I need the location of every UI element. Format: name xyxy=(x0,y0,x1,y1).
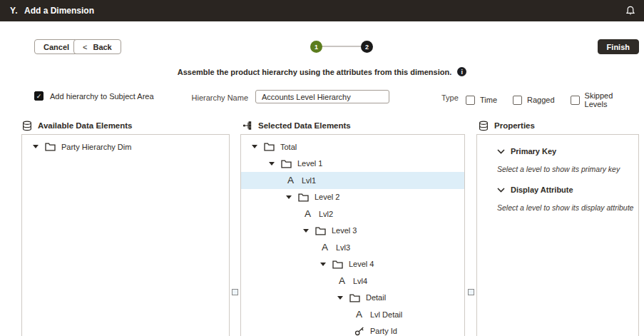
attribute-icon: A xyxy=(337,275,347,286)
tree-item-label: Party Id xyxy=(370,327,397,335)
chevron-down-icon xyxy=(497,188,505,193)
selected-data-elements-panel: TotalLevel 1ALvl1Level 2ALvl2Level 3ALvl… xyxy=(240,134,465,336)
tree-item-label: Lvl1 xyxy=(302,176,316,185)
caret-down-icon[interactable] xyxy=(252,145,257,148)
dimension-icon: Y. xyxy=(10,6,18,16)
ragged-checkbox[interactable] xyxy=(513,96,522,105)
folder-icon xyxy=(45,142,56,151)
attribute-icon: A xyxy=(320,242,329,253)
tree-item-level-1[interactable]: Level 1 xyxy=(241,156,464,173)
caret-down-icon[interactable] xyxy=(337,296,343,300)
back-button[interactable]: < Back xyxy=(73,39,121,54)
tree-item-level-2[interactable]: Level 2 xyxy=(241,189,464,206)
skipped-levels-label: Skipped Levels xyxy=(585,91,628,108)
section-hint-text: Select a level to show its primary key xyxy=(497,165,638,173)
caret-down-icon[interactable] xyxy=(269,162,275,166)
folder-icon xyxy=(315,226,326,235)
tree-item-level-3[interactable]: Level 3 xyxy=(241,223,464,240)
properties-panel: Primary KeySelect a level to show its pr… xyxy=(476,134,639,336)
tree-item-lvl3[interactable]: ALvl3 xyxy=(241,239,464,256)
type-option-ragged: Ragged xyxy=(513,96,555,105)
folder-icon xyxy=(349,293,360,302)
caret-down-icon[interactable] xyxy=(320,263,326,266)
tree-item-label: Level 4 xyxy=(349,260,374,268)
instruction-text: Assemble the product hierarchy using the… xyxy=(178,68,451,76)
cancel-button[interactable]: Cancel xyxy=(34,39,78,54)
tree-item-label: Detail xyxy=(366,293,386,302)
section-toggle-primary-key[interactable]: Primary Key xyxy=(497,145,638,158)
type-label: Type xyxy=(441,93,459,102)
chevron-left-icon: < xyxy=(83,43,87,51)
stepper-connector xyxy=(316,46,367,47)
available-panel-header: Available Data Elements xyxy=(22,120,133,131)
tree-item-label: Lvl4 xyxy=(353,277,367,285)
hierarchy-name-label: Hierarchy Name xyxy=(0,93,248,102)
type-option-time: Time xyxy=(466,96,497,105)
tree-item-label: Lvl Detail xyxy=(370,310,402,319)
folder-icon xyxy=(332,260,343,269)
type-option-skipped-levels: Skipped Levels xyxy=(571,91,628,108)
tree-item-level-4[interactable]: Level 4 xyxy=(241,256,464,273)
tree-item-party-hierarchy-dim[interactable]: Party Hierarchy Dim xyxy=(22,138,229,156)
available-panel-title: Available Data Elements xyxy=(38,121,133,130)
properties-panel-title: Properties xyxy=(494,121,535,130)
folder-icon xyxy=(281,159,292,168)
type-options: TimeRaggedSkipped Levels xyxy=(466,91,644,108)
attribute-icon: A xyxy=(354,309,364,320)
hierarchy-name-input[interactable] xyxy=(255,90,389,103)
tree-item-label: Lvl2 xyxy=(319,210,333,218)
caret-down-icon[interactable] xyxy=(303,229,309,233)
available-tree: Party Hierarchy Dim xyxy=(22,135,229,156)
wizard-step-1[interactable]: 1 xyxy=(310,41,322,53)
tree-item-lvl4[interactable]: ALvl4 xyxy=(241,273,464,290)
key-icon xyxy=(354,327,364,336)
properties-panel-header: Properties xyxy=(479,120,535,131)
tree-item-label: Level 2 xyxy=(315,193,339,201)
time-checkbox[interactable] xyxy=(466,96,475,105)
attribute-icon: A xyxy=(286,175,295,185)
caret-down-icon[interactable] xyxy=(33,145,39,148)
info-icon[interactable]: i xyxy=(457,67,466,76)
property-section-display-attribute: Display AttributeSelect a level to show … xyxy=(477,183,638,212)
tree-item-label: Level 1 xyxy=(297,159,322,168)
section-hint-text: Select a level to show its display attri… xyxy=(497,203,638,212)
folder-icon xyxy=(264,142,275,151)
section-toggle-display-attribute[interactable]: Display Attribute xyxy=(497,183,638,196)
title-bar: Y. Add a Dimension xyxy=(0,0,644,21)
wizard-step-2[interactable]: 2 xyxy=(361,41,373,53)
time-label: Time xyxy=(480,96,497,104)
selected-panel-header: Selected Data Elements xyxy=(242,120,351,131)
properties-sections: Primary KeySelect a level to show its pr… xyxy=(477,145,638,212)
tree-item-lvl2[interactable]: ALvl2 xyxy=(241,205,464,223)
attribute-icon: A xyxy=(303,208,312,219)
chevron-down-icon xyxy=(497,149,505,154)
tree-item-lvl-detail[interactable]: ALvl Detail xyxy=(241,306,464,323)
tree-item-label: Level 3 xyxy=(332,226,357,235)
caret-down-icon[interactable] xyxy=(286,195,292,199)
property-section-primary-key: Primary KeySelect a level to show its pr… xyxy=(477,145,638,173)
hierarchy-form-row: ✓ Add hierarchy to Subject Area Hierarch… xyxy=(0,88,644,104)
ragged-label: Ragged xyxy=(527,96,555,104)
folder-icon xyxy=(298,193,309,202)
back-button-label: Back xyxy=(93,43,111,51)
database-icon xyxy=(22,121,32,131)
tree-item-total[interactable]: Total xyxy=(241,138,464,156)
database-icon xyxy=(479,121,489,131)
finish-button[interactable]: Finish xyxy=(598,39,639,54)
panel-resize-handle[interactable] xyxy=(232,289,238,295)
notifications-bell-icon[interactable] xyxy=(625,6,635,16)
tree-item-label: Lvl3 xyxy=(336,243,350,252)
panel-resize-handle[interactable] xyxy=(468,289,474,295)
page-title: Add a Dimension xyxy=(24,6,94,16)
tree-item-party-id[interactable]: Party Id xyxy=(241,323,464,336)
tree-item-label: Total xyxy=(280,143,297,151)
tree-item-label: Party Hierarchy Dim xyxy=(61,143,131,151)
add-dimension-window: Y. Add a Dimension Cancel < Back Finish … xyxy=(0,0,644,336)
tree-item-lvl1[interactable]: ALvl1 xyxy=(241,172,464,189)
selected-panel-title: Selected Data Elements xyxy=(258,121,351,130)
selected-tree: TotalLevel 1ALvl1Level 2ALvl2Level 3ALvl… xyxy=(241,135,464,336)
available-data-elements-panel: Party Hierarchy Dim xyxy=(21,134,230,336)
instruction-text-row: Assemble the product hierarchy using the… xyxy=(0,67,644,76)
tree-item-detail[interactable]: Detail xyxy=(241,290,464,307)
skipped-levels-checkbox[interactable] xyxy=(571,96,580,105)
